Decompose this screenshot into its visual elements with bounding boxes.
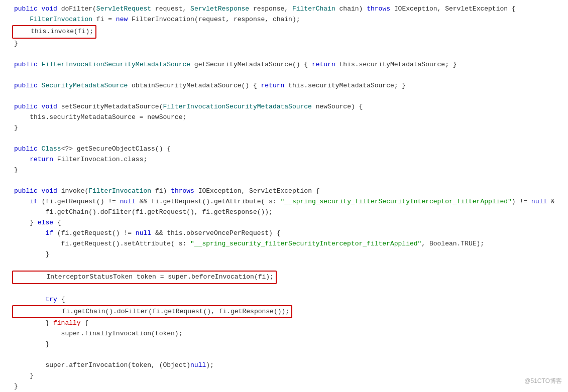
code-line: public void doFilter(ServletRequest requ… xyxy=(0,4,568,15)
line-content: fi.getChain().doFilter(fi.getRequest(), … xyxy=(11,207,566,218)
line-content: public Class<?> getSecureObjectClass() { xyxy=(11,144,566,155)
line-content: public void setSecurityMetadataSource(Fi… xyxy=(11,102,566,112)
code-line xyxy=(0,49,568,60)
line-content: public SecurityMetadataSource obtainSecu… xyxy=(11,81,566,91)
line-content: if (fi.getRequest() != null && this.obse… xyxy=(11,228,566,239)
line-content: } finally { xyxy=(11,318,566,329)
line-content: } xyxy=(11,339,566,350)
line-content: } xyxy=(11,371,566,381)
line-content: } xyxy=(11,39,566,49)
code-line xyxy=(0,350,568,360)
code-line: } xyxy=(0,339,568,350)
line-content: } else { xyxy=(11,218,566,228)
code-line: } xyxy=(0,381,568,392)
code-line: } xyxy=(0,249,568,260)
code-line: InterceptorStatusToken token = super.bef… xyxy=(0,271,568,284)
code-line xyxy=(0,91,568,102)
line-content: } xyxy=(11,249,566,260)
line-content: if (fi.getRequest() != null && fi.getReq… xyxy=(11,197,566,207)
code-line: public void invoke(FilterInvocation fi) … xyxy=(0,186,568,197)
code-line: return FilterInvocation.class; xyxy=(0,155,568,165)
line-content: super.afterInvocation(token, (Object)nul… xyxy=(11,360,566,371)
code-line: if (fi.getRequest() != null && fi.getReq… xyxy=(0,197,568,207)
code-line: } xyxy=(0,39,568,49)
code-line: public SecurityMetadataSource obtainSecu… xyxy=(0,81,568,91)
code-line: FilterInvocation fi = new FilterInvocati… xyxy=(0,15,568,25)
code-line: } finally { xyxy=(0,318,568,329)
line-content: InterceptorStatusToken token = super.bef… xyxy=(11,271,566,284)
code-line xyxy=(0,134,568,144)
code-line: public void setSecurityMetadataSource(Fi… xyxy=(0,102,568,112)
code-line: fi.getChain().doFilter(fi.getRequest(), … xyxy=(0,305,568,319)
code-line: } xyxy=(0,371,568,381)
code-line: fi.getChain().doFilter(fi.getRequest(), … xyxy=(0,207,568,218)
line-content: public FilterInvocationSecurityMetadataS… xyxy=(11,60,566,70)
watermark: @51CTO博客 xyxy=(524,376,562,386)
line-content: } xyxy=(11,381,566,392)
code-line: public Class<?> getSecureObjectClass() { xyxy=(0,144,568,155)
code-line: public FilterInvocationSecurityMetadataS… xyxy=(0,60,568,70)
line-content: this.invoke(fi); xyxy=(11,25,566,39)
line-content: } xyxy=(11,165,566,176)
code-line: fi.getRequest().setAttribute( s: "__spri… xyxy=(0,239,568,249)
code-line xyxy=(0,70,568,81)
line-content: try { xyxy=(11,295,566,305)
code-line xyxy=(0,260,568,271)
line-content: fi.getRequest().setAttribute( s: "__spri… xyxy=(11,239,566,249)
code-line: if (fi.getRequest() != null && this.obse… xyxy=(0,228,568,239)
code-line: } else { xyxy=(0,218,568,228)
code-line: } xyxy=(0,123,568,134)
code-line: try { xyxy=(0,295,568,305)
line-content: return FilterInvocation.class; xyxy=(11,155,566,165)
code-line: super.afterInvocation(token, (Object)nul… xyxy=(0,360,568,371)
code-line xyxy=(0,176,568,186)
line-content: public void invoke(FilterInvocation fi) … xyxy=(11,186,566,197)
line-content: } xyxy=(11,123,566,134)
line-content: super.finallyInvocation(token); xyxy=(11,329,566,339)
line-content: fi.getChain().doFilter(fi.getRequest(), … xyxy=(11,305,566,319)
line-content: this.securityMetadataSource = newSource; xyxy=(11,112,566,123)
code-line: super.finallyInvocation(token); xyxy=(0,329,568,339)
line-content: FilterInvocation fi = new FilterInvocati… xyxy=(11,15,566,25)
code-line: this.securityMetadataSource = newSource; xyxy=(0,112,568,123)
code-line: } xyxy=(0,165,568,176)
code-line: this.invoke(fi); xyxy=(0,25,568,39)
code-line xyxy=(0,284,568,295)
line-content: public void doFilter(ServletRequest requ… xyxy=(11,4,566,15)
code-container: public void doFilter(ServletRequest requ… xyxy=(0,0,568,392)
